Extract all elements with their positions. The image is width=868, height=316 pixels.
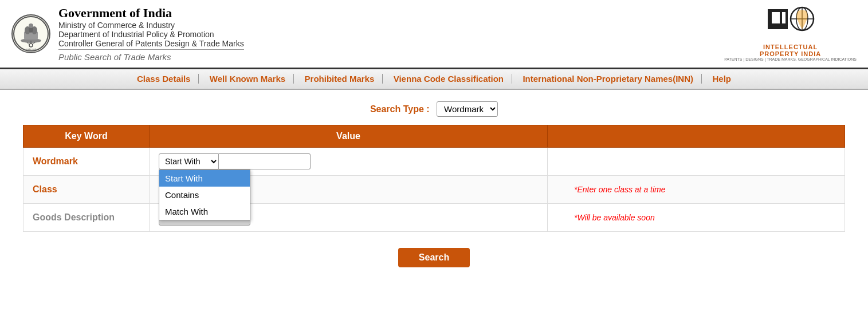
gov-title: Government of India	[58, 6, 244, 21]
header-line1: Ministry of Commerce & Industry	[58, 21, 244, 30]
nav-inn[interactable]: International Non-Proprietary Names(INN)	[514, 74, 702, 84]
table-row-class: Class *Enter one class at a time	[23, 176, 845, 204]
search-type-select[interactable]: Wordmark Phonetic Device Combined	[437, 101, 498, 117]
ip-logo-subtext: PATENTS | DESIGNS | TRADE MARKS, GEOGRAP…	[724, 57, 857, 61]
nav-vienna-code[interactable]: Vienna Code Classification	[386, 74, 512, 84]
header: सत्यमेव जयते Government of India Ministr…	[0, 0, 868, 69]
dropdown-contains[interactable]: Contains	[159, 187, 250, 203]
goods-note: *Will be available soon	[557, 213, 655, 222]
header-right: INTELLECTUAL PROPERTY INDIA PATENTS | DE…	[724, 6, 857, 61]
svg-rect-13	[772, 12, 780, 23]
svg-text:सत्यमेव जयते: सत्यमेव जयते	[25, 48, 37, 51]
wordmark-dropdown-overlay: Start With Contains Match With	[159, 169, 250, 220]
dropdown-start-with[interactable]: Start With	[159, 170, 250, 187]
ip-india-logo: INTELLECTUAL PROPERTY INDIA PATENTS | DE…	[724, 6, 857, 61]
class-note-cell: *Enter one class at a time	[548, 176, 845, 204]
col-value: Value	[150, 125, 548, 148]
main-content: Search Type : Wordmark Phonetic Device C…	[0, 90, 868, 279]
table-row-wordmark: Wordmark Start With Contains Match With …	[23, 148, 845, 176]
wordmark-type-select[interactable]: Start With Contains Match With	[159, 153, 219, 169]
svg-point-6	[29, 23, 33, 28]
class-note: *Enter one class at a time	[557, 185, 666, 194]
nav-bar: Class Details Well Known Marks Prohibite…	[0, 69, 868, 90]
wordmark-label: Wordmark	[23, 148, 150, 176]
ip-india-graphic	[765, 6, 816, 44]
header-text: Government of India Ministry of Commerce…	[58, 6, 244, 62]
header-line3: Controller General of Patents Design & T…	[58, 39, 244, 48]
table-row-goods: Goods Description *Will be available soo…	[23, 204, 845, 232]
header-left: सत्यमेव जयते Government of India Ministr…	[11, 6, 244, 62]
class-label: Class	[23, 176, 150, 204]
search-btn-row: Search	[23, 248, 845, 267]
search-type-row: Search Type : Wordmark Phonetic Device C…	[23, 101, 845, 117]
header-line2: Department of Industrial Policy & Promot…	[58, 30, 244, 39]
search-type-label: Search Type :	[370, 104, 430, 114]
nav-prohibited-marks[interactable]: Prohibited Marks	[297, 74, 383, 84]
wordmark-value-cell: Start With Contains Match With Start Wit…	[150, 148, 548, 176]
emblem: सत्यमेव जयते	[11, 14, 50, 53]
search-button[interactable]: Search	[398, 248, 470, 267]
wordmark-field-group: Start With Contains Match With Start Wit…	[159, 153, 538, 169]
wordmark-note-cell	[548, 148, 845, 176]
svg-rect-14	[782, 12, 785, 23]
wordmark-input[interactable]	[219, 153, 311, 169]
goods-note-cell: *Will be available soon	[548, 204, 845, 232]
search-table: Key Word Value Wordmark Start With Conta…	[23, 125, 845, 232]
dropdown-match-with[interactable]: Match With	[159, 203, 250, 220]
nav-well-known-marks[interactable]: Well Known Marks	[202, 74, 294, 84]
goods-label: Goods Description	[23, 204, 150, 232]
col-extra	[548, 125, 845, 148]
nav-help[interactable]: Help	[704, 74, 739, 84]
col-keyword: Key Word	[23, 125, 150, 148]
ip-logo-text: INTELLECTUAL PROPERTY INDIA	[760, 44, 821, 57]
header-subtitle: Public Search of Trade Marks	[58, 52, 244, 62]
nav-class-details[interactable]: Class Details	[129, 74, 199, 84]
